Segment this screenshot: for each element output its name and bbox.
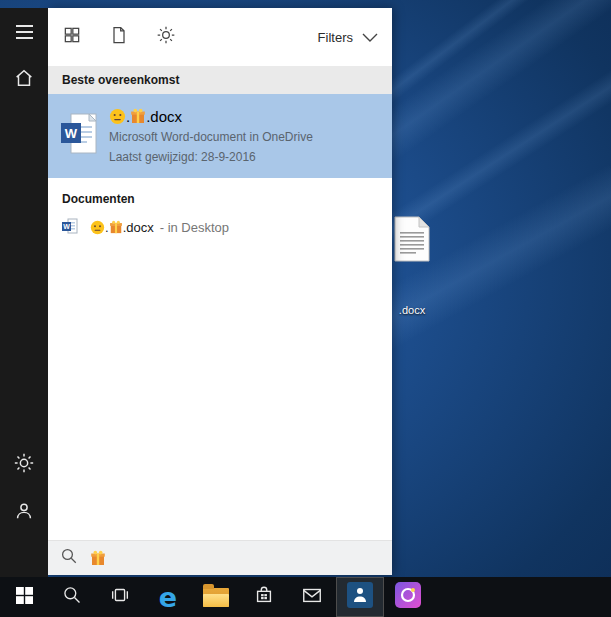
filters-button[interactable]: Filters	[318, 30, 378, 45]
taskbar: e	[0, 577, 611, 617]
best-match-modified: Laatst gewijzigd: 28-9-2016	[109, 147, 313, 167]
windows-logo-icon	[16, 587, 33, 608]
document-result-location: - in Desktop	[160, 220, 229, 235]
task-view-icon	[109, 584, 131, 610]
active-app-icon	[347, 582, 373, 612]
user-icon	[13, 500, 35, 526]
documents-filter-button[interactable]	[99, 17, 139, 57]
gift-emoji	[90, 550, 106, 566]
account-button[interactable]	[0, 489, 48, 537]
start-rail	[0, 8, 48, 577]
best-match-filename: . .docx	[109, 106, 313, 127]
svg-text:W: W	[63, 223, 70, 230]
documents-header: Documenten	[48, 186, 392, 212]
start-button[interactable]	[0, 577, 48, 617]
best-match-type: Microsoft Word-document in OneDrive	[109, 127, 313, 147]
gift-emoji	[109, 220, 123, 234]
panel-toolbar: Filters	[48, 8, 392, 66]
best-match-result[interactable]: W .	[48, 94, 392, 178]
apps-icon	[62, 25, 82, 49]
search-icon	[60, 547, 78, 569]
task-view-button[interactable]	[96, 577, 144, 617]
edge-icon: e	[159, 584, 177, 611]
word-document-small-icon: W	[62, 218, 78, 237]
hamburger-icon	[16, 25, 33, 39]
folder-icon	[203, 588, 229, 607]
home-icon	[13, 67, 35, 93]
svg-text:W: W	[65, 126, 78, 141]
taskbar-search-button[interactable]	[48, 577, 96, 617]
store-bag-icon	[253, 584, 275, 610]
search-input[interactable]	[48, 540, 392, 575]
gear-icon	[156, 25, 176, 49]
mail-envelope-icon	[301, 584, 323, 610]
best-match-header: Beste overeenkomst	[48, 66, 392, 94]
store-button[interactable]	[240, 577, 288, 617]
neutral-face-emoji	[90, 220, 105, 235]
neutral-face-emoji	[109, 108, 126, 125]
home-button[interactable]	[0, 56, 48, 104]
document-icon	[109, 25, 129, 49]
expand-menu-button[interactable]	[0, 8, 48, 56]
paint-3d-button[interactable]	[384, 577, 432, 617]
gear-icon	[13, 452, 35, 478]
text-document-icon	[394, 248, 430, 265]
filters-label: Filters	[318, 30, 353, 45]
desktop-file-label: .docx	[384, 304, 440, 316]
desktop-file-icon[interactable]: .docx	[384, 216, 440, 316]
chevron-down-icon	[362, 30, 378, 45]
word-document-icon: W	[60, 113, 98, 159]
document-result-filename: . .docx	[90, 220, 154, 235]
settings-button[interactable]	[0, 441, 48, 489]
web-settings-filter-button[interactable]	[146, 17, 186, 57]
file-explorer-button[interactable]	[192, 577, 240, 617]
apps-filter-button[interactable]	[52, 17, 92, 57]
mail-button[interactable]	[288, 577, 336, 617]
gift-emoji	[130, 108, 146, 124]
desktop: .docx	[0, 0, 611, 617]
search-results-panel: Filters Beste overeenkomst	[48, 8, 392, 575]
edge-button[interactable]: e	[144, 577, 192, 617]
document-result-row[interactable]: W . .docx	[48, 212, 392, 242]
search-icon	[62, 585, 82, 609]
active-app-button[interactable]	[336, 577, 384, 617]
paint-3d-icon	[395, 582, 421, 612]
